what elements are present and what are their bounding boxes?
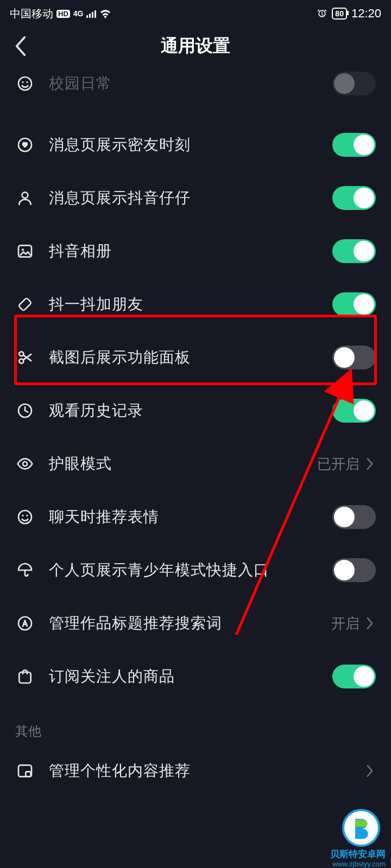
row-label: 消息页展示抖音仔仔 [49,188,332,208]
toggle-close-friend-moments[interactable] [332,133,376,157]
row-value: 已开启 [317,455,360,474]
watermark-logo-icon [342,809,380,847]
row-label: 护眼模式 [49,454,317,474]
signal-icon [86,9,96,18]
carrier-label: 中国移动 [10,7,53,21]
status-left: 中国移动 HD 4G [10,7,111,21]
row-value: 开启 [331,614,360,633]
row-label: 个人页展示青少年模式快捷入口 [49,560,332,580]
status-right: 80 12:20 [317,7,381,21]
row-label: 截图后展示功能面板 [49,347,332,368]
svg-point-14 [26,515,28,516]
settings-list: 校园日常 消息页展示密友时刻 消息页展示抖音仔仔 抖音相册 抖一抖加朋友 [0,65,391,819]
status-bar: 中国移动 HD 4G 80 12:20 [0,0,391,27]
clock-icon [15,401,35,420]
chevron-right-icon [364,765,376,777]
row-label: 订阅关注人的商品 [49,666,332,687]
hd-icon: HD [56,10,70,18]
row-eye-protection[interactable]: 护眼模式 已开启 [0,437,391,490]
battery-level: 80 [335,9,344,18]
toggle-watch-history[interactable] [332,399,376,423]
row-douyin-zaizai[interactable]: 消息页展示抖音仔仔 [0,171,391,225]
row-teen-mode-shortcut[interactable]: 个人页展示青少年模式快捷入口 [0,544,391,597]
network-4g-icon: 4G [73,9,84,18]
svg-point-1 [22,81,23,83]
watermark-name: 贝斯特安卓网 [330,849,391,860]
svg-point-4 [22,192,28,198]
emoji-icon [15,507,35,527]
row-label: 聊天时推荐表情 [49,507,332,527]
row-screenshot-panel[interactable]: 截图后展示功能面板 [0,331,391,384]
bag-icon [15,667,35,686]
svg-rect-7 [18,298,32,311]
svg-point-11 [23,462,27,466]
toggle-teen-mode-shortcut[interactable] [332,558,376,582]
section-other: 其他 [0,703,391,744]
umbrella-icon [15,560,35,580]
row-watch-history[interactable]: 观看历史记录 [0,384,391,437]
svg-point-13 [22,515,23,516]
row-label: 消息页展示密友时刻 [49,135,332,155]
watermark: 贝斯特安卓网 www.zjbstyy.com [304,781,391,868]
row-label: 校园日常 [49,73,332,94]
svg-point-6 [22,248,24,251]
row-manage-title-search[interactable]: 管理作品标题推荐搜索词 开启 [0,597,391,650]
row-campus-daily[interactable]: 校园日常 [0,65,391,118]
svg-point-12 [18,510,31,524]
toggle-campus-daily[interactable] [332,72,376,95]
svg-point-2 [26,81,28,83]
heart-circle-icon [15,135,35,155]
row-emoji-suggest[interactable]: 聊天时推荐表情 [0,490,391,544]
toggle-douyin-zaizai[interactable] [332,186,376,210]
svg-rect-16 [19,672,30,683]
toggle-screenshot-panel[interactable] [332,346,376,369]
toggle-shake-add-friend[interactable] [332,292,376,316]
page-header: 通用设置 [0,27,391,65]
row-label: 抖一抖加朋友 [49,294,332,315]
eye-icon [15,454,35,474]
back-button[interactable] [10,35,31,57]
toggle-emoji-suggest[interactable] [332,505,376,529]
svg-rect-18 [26,771,30,776]
chevron-right-icon [364,617,376,629]
row-label: 抖音相册 [49,241,332,261]
page-title: 通用设置 [161,34,230,58]
image-icon [15,241,35,261]
battery-icon: 80 [332,8,347,20]
wifi-icon [99,9,111,18]
row-close-friend-moments[interactable]: 消息页展示密友时刻 [0,118,391,171]
svg-point-15 [18,617,31,630]
letter-a-icon [15,614,35,633]
row-shake-add-friend[interactable]: 抖一抖加朋友 [0,278,391,331]
chevron-right-icon [364,458,376,470]
svg-point-0 [18,77,31,90]
alarm-icon [317,8,327,19]
settings-card-icon [15,761,35,781]
row-label: 管理个性化内容推荐 [49,761,364,781]
toggle-subscribe-products[interactable] [332,665,376,688]
toggle-douyin-album[interactable] [332,239,376,263]
row-label: 观看历史记录 [49,400,332,421]
row-douyin-album[interactable]: 抖音相册 [0,225,391,278]
campus-icon [15,74,35,93]
row-subscribe-products[interactable]: 订阅关注人的商品 [0,650,391,703]
watermark-url: www.zjbstyy.com [332,860,391,868]
avatar-icon [15,188,35,208]
clock-label: 12:20 [351,7,381,21]
row-label: 管理作品标题推荐搜索词 [49,613,331,634]
shake-icon [15,295,35,314]
scissors-icon [15,348,35,367]
